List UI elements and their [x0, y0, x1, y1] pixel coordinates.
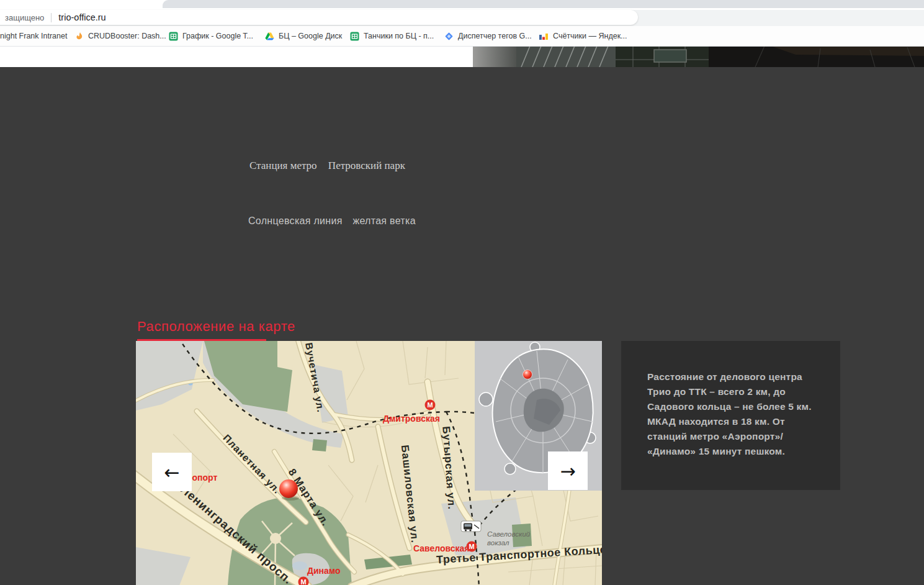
bookmark-label: БЦ – Google Диск: [279, 32, 342, 40]
tab-strip: [0, 0, 924, 8]
terminal-line2: вокзал: [487, 539, 509, 546]
bookmark-knight-frank[interactable]: night Frank Intranet: [0, 30, 67, 42]
url-text[interactable]: trio-office.ru: [58, 12, 105, 22]
metro-label-savelovskaya: Савеловская: [413, 543, 470, 553]
google-sheets-icon: [169, 32, 178, 41]
location-map[interactable]: Вучетича ул. Планетная ул. 8 Марта ул. Л…: [136, 341, 602, 585]
bookmark-label: Счётчики — Яндек...: [553, 32, 627, 40]
google-sheets-icon: [350, 32, 359, 41]
address-divider: [51, 13, 52, 22]
bookmark-label: Диспетчер тегов G...: [458, 32, 532, 40]
bookmark-google-tag-manager[interactable]: Диспетчер тегов G...: [444, 30, 532, 42]
google-drive-icon: [265, 32, 274, 41]
svg-text:М: М: [427, 401, 433, 409]
title-underline: [137, 339, 266, 341]
bookmarks-bar: night Frank Intranet CRUDBooster: Dash..…: [0, 26, 924, 47]
metro-station-value: Петровский парк: [328, 160, 405, 171]
address-bar[interactable]: защищено trio-office.ru: [0, 10, 638, 25]
building-photo: [473, 46, 924, 67]
train-station-icon: [461, 521, 481, 532]
metro-icon: М: [425, 400, 436, 410]
metro-icon: М: [467, 542, 477, 552]
bookmark-label: night Frank Intranet: [0, 32, 67, 40]
distance-info-panel: Расстояние от делового центра Трио до ТТ…: [621, 341, 840, 490]
map-prev-button[interactable]: ←: [152, 453, 192, 491]
hero-white-strip: [0, 46, 473, 67]
bookmark-google-sheets-2[interactable]: Танчики по БЦ - п...: [350, 30, 434, 42]
bookmark-label: График - Google T...: [182, 32, 253, 40]
browser-window: защищено trio-office.ru night Frank Intr…: [0, 0, 924, 585]
map-next-button[interactable]: →: [548, 451, 588, 490]
terminal-line1: Савеловский: [487, 530, 531, 538]
bookmark-google-sheets-1[interactable]: График - Google T...: [169, 30, 253, 42]
bookmark-label: CRUDBooster: Dash...: [88, 32, 166, 40]
metro-station-row: Станция метро Петровский парк: [249, 160, 405, 172]
svg-text:М: М: [300, 578, 306, 585]
arrow-left-icon: ←: [164, 461, 179, 483]
security-label: защищено: [5, 13, 44, 22]
tab-strip-background: [163, 0, 924, 8]
metro-line-label: Солнцевская линия: [248, 215, 343, 226]
minimap-location-dot: [523, 370, 532, 379]
google-tag-manager-icon: [444, 32, 454, 41]
metro-label-dinamo: Динамо: [307, 566, 341, 576]
metro-line-value: желтая ветка: [352, 215, 415, 226]
browser-toolbar: защищено trio-office.ru: [0, 8, 924, 26]
bookmark-label: Танчики по БЦ - п...: [364, 32, 434, 40]
arrow-right-icon: →: [560, 460, 575, 482]
svg-text:М: М: [469, 543, 474, 550]
distance-description: Расстояние от делового центра Трио до ТТ…: [647, 370, 822, 459]
yandex-metrica-icon: [539, 32, 549, 41]
bookmark-google-drive[interactable]: БЦ – Google Диск: [265, 30, 342, 42]
metro-line-row: Солнцевская линия желтая ветка: [248, 215, 416, 227]
bookmark-yandex-metrica[interactable]: Счётчики — Яндек...: [539, 30, 627, 42]
crudbooster-flame-icon: [74, 32, 84, 41]
metro-station-label: Станция метро: [249, 160, 317, 171]
map-section-title: Расположение на карте: [137, 319, 295, 335]
bookmark-crudbooster[interactable]: CRUDBooster: Dash...: [74, 30, 166, 42]
metro-label-dmitrovskaya: Дмитровская: [383, 414, 440, 424]
